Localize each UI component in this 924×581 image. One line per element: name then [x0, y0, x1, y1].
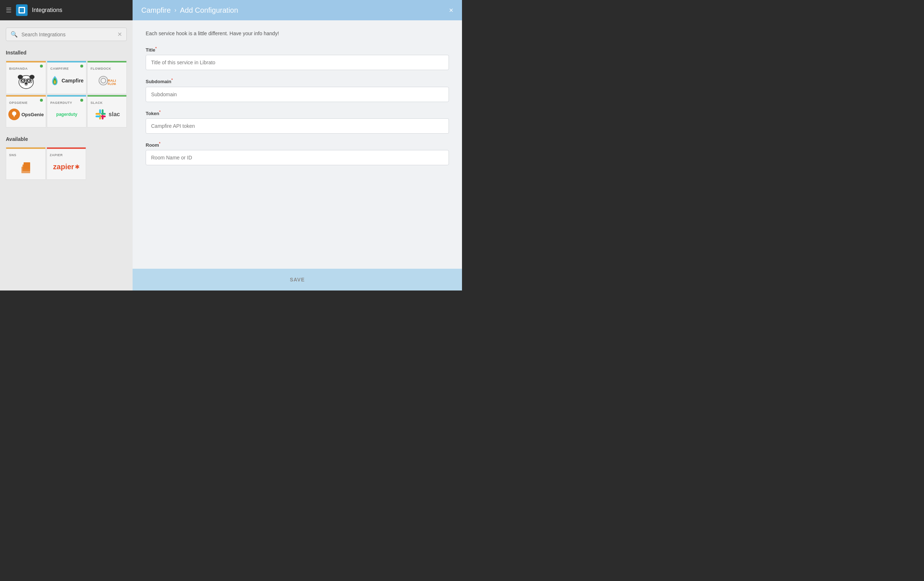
- card-pagerduty[interactable]: PAGERDUTY pagerduty: [47, 95, 86, 127]
- svg-text:RALLY: RALLY: [107, 78, 116, 83]
- card-bigpanda[interactable]: BIGPANDA: [6, 61, 46, 94]
- form-group-title: Title*: [146, 46, 449, 70]
- svg-point-14: [101, 78, 106, 83]
- search-bar[interactable]: 🔍 ✕: [6, 28, 127, 41]
- svg-rect-21: [96, 113, 100, 115]
- card-bar-flowdock: [87, 61, 126, 63]
- search-input[interactable]: [21, 31, 114, 37]
- sns-logo: [8, 158, 43, 175]
- opsgenie-logo: OpsGenie: [8, 106, 44, 123]
- installed-section-title: Installed: [6, 50, 127, 56]
- status-dot-opsgenie: [40, 99, 43, 102]
- flowdock-logo: RALLY FLOWDCK: [90, 72, 124, 89]
- svg-point-1: [18, 75, 23, 79]
- campfire-logo: Campfire: [50, 72, 84, 89]
- card-label-flowdock: FLOWDOCK: [91, 67, 111, 71]
- panel-header-left: Campfire › Add Configuration: [141, 6, 238, 15]
- left-panel: ☰ Integrations 🔍 ✕ Installed BIGPANDA: [0, 0, 132, 290]
- status-dot-pagerduty: [80, 99, 83, 102]
- svg-point-13: [99, 76, 107, 85]
- info-text: Each service hook is a little different.…: [146, 30, 449, 36]
- pagerduty-logo: pagerduty: [50, 106, 84, 123]
- right-panel: Campfire › Add Configuration × Each serv…: [132, 0, 462, 290]
- svg-point-12: [25, 83, 28, 84]
- logo-inner: [18, 7, 25, 13]
- label-room: Room*: [146, 142, 449, 148]
- card-bar-bigpanda: [6, 61, 46, 63]
- card-bar-opsgenie: [6, 95, 46, 97]
- page-title: Integrations: [32, 7, 63, 13]
- save-button[interactable]: SAVE: [290, 277, 305, 282]
- slack-logo: slac: [90, 106, 124, 123]
- card-bar-zapier: [47, 147, 86, 149]
- slack-text: slac: [109, 111, 120, 118]
- top-bar: ☰ Integrations: [0, 0, 132, 20]
- required-dot-subdomain: *: [172, 78, 173, 82]
- zapier-text: zapier: [53, 163, 74, 171]
- clear-icon[interactable]: ✕: [117, 31, 122, 38]
- pagerduty-text: pagerduty: [56, 112, 78, 117]
- card-label-bigpanda: BIGPANDA: [9, 67, 28, 71]
- status-dot-campfire: [80, 64, 83, 68]
- label-token: Token*: [146, 110, 449, 116]
- input-title[interactable]: [146, 55, 449, 70]
- card-label-pagerduty: PAGERDUTY: [50, 101, 72, 105]
- zapier-logo: zapier ✱: [49, 158, 84, 175]
- input-token[interactable]: [146, 118, 449, 134]
- available-section: Available SNS: [6, 136, 127, 180]
- status-dot-bigpanda: [40, 64, 43, 68]
- card-bar-campfire: [47, 61, 86, 63]
- installed-grid: BIGPANDA: [6, 61, 127, 127]
- card-label-opsgenie: OPSGENIE: [9, 101, 28, 105]
- svg-rect-22: [96, 116, 100, 117]
- label-title: Title*: [146, 46, 449, 53]
- card-bar-slack: [87, 95, 126, 97]
- card-label-slack: SLACK: [91, 101, 103, 105]
- close-button[interactable]: ×: [449, 6, 453, 15]
- card-bar-sns: [6, 147, 45, 149]
- card-sns[interactable]: SNS: [6, 147, 46, 180]
- svg-point-8: [29, 80, 30, 81]
- svg-rect-27: [24, 162, 30, 169]
- required-dot-room: *: [159, 142, 160, 145]
- bigpanda-logo: [8, 72, 44, 89]
- panel-add-config-subtitle: Add Configuration: [180, 6, 238, 15]
- required-dot-token: *: [159, 110, 160, 114]
- campfire-brand-text: Campfire: [61, 78, 84, 84]
- required-dot-title: *: [155, 46, 157, 51]
- panel-campfire-title: Campfire: [141, 6, 171, 15]
- app-logo: [16, 4, 28, 16]
- card-opsgenie[interactable]: OPSGENIE OpsGenie: [6, 95, 46, 127]
- input-subdomain[interactable]: [146, 87, 449, 102]
- label-subdomain: Subdomain*: [146, 78, 449, 84]
- card-label-campfire: CAMPFIRE: [50, 67, 69, 71]
- svg-rect-24: [101, 116, 106, 117]
- chevron-icon: ›: [174, 7, 176, 13]
- svg-rect-23: [101, 113, 106, 115]
- panel-body: Each service hook is a little different.…: [132, 20, 462, 269]
- form-group-subdomain: Subdomain*: [146, 78, 449, 102]
- content-area: 🔍 ✕ Installed BIGPANDA: [0, 20, 132, 290]
- hamburger-icon[interactable]: ☰: [6, 6, 12, 14]
- available-grid: SNS ZAP: [6, 147, 127, 180]
- available-section-title: Available: [6, 136, 127, 142]
- card-label-sns: SNS: [9, 153, 16, 157]
- svg-point-2: [30, 75, 35, 79]
- card-bar-pagerduty: [47, 95, 86, 97]
- card-label-zapier: ZAPIER: [50, 153, 63, 157]
- search-icon: 🔍: [10, 31, 18, 38]
- svg-point-7: [23, 80, 24, 81]
- opsgenie-text: OpsGenie: [21, 112, 44, 117]
- card-flowdock[interactable]: FLOWDOCK RALLY FLOWDCK: [87, 61, 127, 94]
- form-group-room: Room*: [146, 142, 449, 165]
- input-room[interactable]: [146, 150, 449, 165]
- form-group-token: Token*: [146, 110, 449, 134]
- panel-header: Campfire › Add Configuration ×: [132, 0, 462, 20]
- svg-text:FLOWDCK: FLOWDCK: [107, 83, 116, 86]
- panel-footer: SAVE: [132, 269, 462, 290]
- card-zapier[interactable]: ZAPIER zapier ✱: [46, 147, 86, 180]
- opsgenie-circle: [8, 109, 20, 120]
- card-slack[interactable]: SLACK: [87, 95, 127, 127]
- card-campfire[interactable]: CAMPFIRE Campfire: [47, 61, 86, 94]
- zapier-asterisk: ✱: [75, 163, 79, 170]
